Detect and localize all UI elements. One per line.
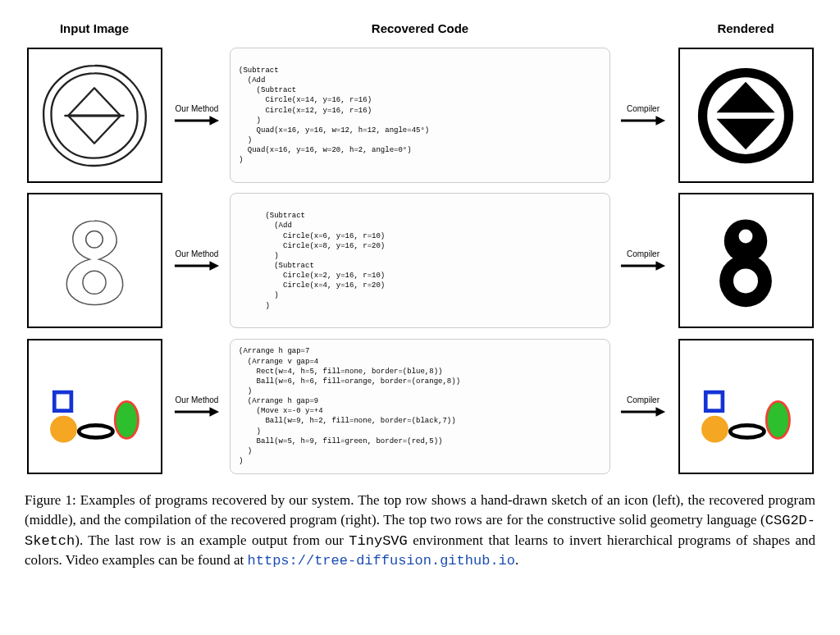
arrow-label-compiler: Compiler	[627, 249, 660, 258]
code-box-row1: (Subtract (Add (Subtract Circle(x=14, y=…	[230, 48, 610, 183]
svg-point-20	[52, 417, 76, 441]
input-image-row3	[27, 339, 162, 474]
code-box-row2: (Subtract (Add Circle(x=6, y=16, r=10) C…	[230, 193, 610, 328]
header-code: Recovered Code	[372, 21, 468, 35]
svg-point-28	[703, 417, 728, 441]
svg-marker-26	[655, 407, 665, 417]
arrow-method-row1: Our Method	[173, 104, 221, 126]
svg-point-30	[766, 402, 789, 439]
rendered-diamond-icon	[684, 54, 807, 177]
header-rendered: Rendered	[717, 21, 774, 35]
code-text-row1: (Subtract (Add (Subtract Circle(x=14, y=…	[239, 66, 429, 165]
arrow-right-icon	[173, 115, 221, 126]
code-text-row2: (Subtract (Add Circle(x=6, y=16, r=10) C…	[239, 211, 385, 310]
svg-marker-24	[209, 407, 219, 417]
code-box-row3: (Arrange h gap=7 (Arrange v gap=4 Rect(w…	[230, 339, 610, 474]
arrow-right-icon	[619, 115, 667, 126]
svg-marker-14	[655, 262, 665, 272]
arrow-compiler-row1: Compiler	[619, 104, 667, 126]
caption-code-tinysvg: TinySVG	[349, 533, 407, 549]
svg-point-22	[115, 402, 138, 439]
arrow-method-row3: Our Method	[173, 395, 221, 418]
svg-rect-27	[705, 392, 723, 411]
arrow-right-icon	[173, 406, 221, 418]
sketch-icon-diamond	[33, 54, 156, 177]
arrow-compiler-row3: Compiler	[619, 395, 667, 418]
rendered-image-row2	[678, 193, 814, 328]
input-image-row2	[27, 193, 162, 328]
arrow-right-icon	[619, 406, 667, 418]
arrow-label-compiler: Compiler	[627, 104, 660, 113]
caption-text-1: Figure 1: Examples of programs recovered…	[25, 492, 815, 528]
figure-grid: Input Image Recovered Code Rendered Our …	[25, 16, 815, 476]
svg-point-10	[83, 271, 106, 294]
arrow-right-icon	[619, 260, 667, 272]
arrow-label-method: Our Method	[176, 395, 219, 404]
svg-marker-2	[209, 116, 219, 126]
arrow-label-compiler: Compiler	[627, 395, 660, 404]
rendered-image-row3	[678, 339, 814, 474]
svg-point-17	[739, 230, 753, 244]
header-input: Input Image	[60, 21, 129, 35]
arrow-label-method: Our Method	[176, 104, 219, 113]
rendered-shapes-icon	[684, 345, 807, 468]
svg-rect-19	[54, 392, 71, 411]
sketch-eight	[33, 199, 156, 322]
svg-marker-4	[655, 116, 665, 126]
rendered-image-row1	[678, 48, 814, 183]
rendered-eight-icon	[684, 199, 807, 322]
svg-point-29	[730, 426, 764, 438]
input-image-row1	[27, 48, 162, 183]
svg-point-9	[86, 231, 103, 248]
code-text-row3: (Arrange h gap=7 (Arrange v gap=4 Rect(w…	[239, 346, 460, 466]
arrow-label-method: Our Method	[176, 249, 219, 258]
arrow-right-icon	[173, 260, 221, 272]
svg-point-18	[733, 268, 758, 293]
arrow-compiler-row2: Compiler	[619, 249, 667, 272]
caption-text-4: .	[515, 552, 518, 568]
caption-text-2: ). The last row is an example output fro…	[75, 532, 349, 548]
sketch-shapes	[33, 345, 156, 468]
caption-link[interactable]: https://tree-diffusion.github.io	[248, 553, 515, 569]
svg-marker-12	[209, 262, 219, 272]
svg-point-21	[79, 426, 112, 438]
arrow-method-row2: Our Method	[173, 249, 221, 272]
figure-caption: Figure 1: Examples of programs recovered…	[25, 491, 815, 571]
